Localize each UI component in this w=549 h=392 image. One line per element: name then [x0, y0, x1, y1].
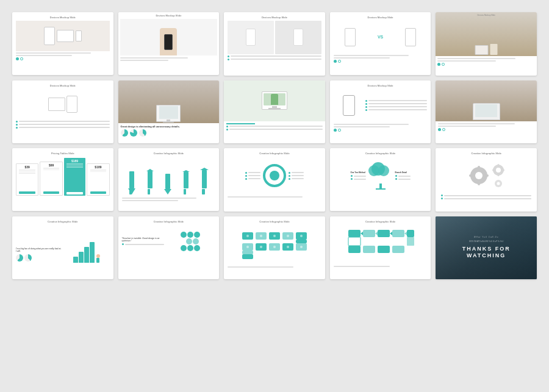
slide-10 [436, 80, 537, 144]
svg-rect-33 [296, 240, 307, 243]
slide-11: Pricing Tables Slide $39 $99 [12, 148, 113, 211]
slide-19: Creative Infographic Slide [330, 216, 431, 279]
svg-rect-18 [469, 174, 473, 177]
svg-rect-62 [378, 246, 390, 253]
slide-1-title: Devices Mockup Slide [16, 16, 110, 19]
svg-rect-17 [478, 182, 480, 185]
slide-8 [224, 80, 325, 144]
svg-rect-5 [148, 189, 150, 194]
timeline-svg [347, 227, 414, 261]
svg-rect-11 [202, 170, 207, 188]
svg-point-27 [497, 182, 500, 185]
slide-18-title: Creative Infographic Slide [228, 220, 321, 223]
svg-point-43 [273, 235, 276, 237]
svg-point-49 [260, 246, 262, 248]
slide-14: Creative Infographic Slide One Tree Meth… [330, 148, 431, 211]
thanks-line1: THANKS FOR [462, 246, 511, 253]
slide-6-title: Devices Mockup Slide [16, 84, 110, 87]
svg-rect-64 [407, 237, 414, 246]
svg-rect-19 [485, 174, 489, 177]
svg-rect-60 [348, 246, 361, 253]
slide-5: Devices Mockup Slide [436, 12, 537, 76]
slide-6: Devices Mockup Slide [12, 80, 113, 143]
small-gear [493, 179, 503, 188]
snake-path-svg [241, 229, 308, 260]
svg-point-48 [273, 246, 276, 248]
svg-marker-59 [404, 232, 407, 235]
slide-13-title: Creative Infographic Slide [228, 152, 321, 155]
slide-17-title: Creative Infographic Slide [122, 220, 216, 223]
svg-point-41 [246, 235, 249, 237]
svg-rect-65 [348, 237, 361, 246]
arrow-j-4 [182, 170, 190, 194]
svg-rect-40 [242, 254, 253, 259]
svg-point-46 [300, 246, 303, 248]
slide-14-title: Creative Infographic Slide [334, 152, 428, 155]
svg-marker-2 [128, 188, 135, 194]
slide-9: Devices Mockup Slide [330, 80, 431, 143]
slide-15-title: Creative Infographic Slide [439, 152, 533, 155]
svg-marker-57 [375, 232, 378, 235]
svg-rect-3 [148, 171, 152, 188]
svg-rect-23 [497, 174, 499, 176]
svg-point-45 [300, 235, 303, 237]
slide-12-title: Creative Infographic Slide [122, 152, 216, 155]
slide-4-title: Devices Mockup Slide [334, 16, 428, 19]
svg-rect-51 [348, 230, 361, 237]
svg-rect-16 [478, 166, 480, 169]
svg-rect-13 [202, 189, 205, 194]
svg-marker-7 [164, 189, 171, 194]
slide-2: Devices Mockup Slide [118, 12, 220, 75]
slide-19-title: Creative Infographic Slide [334, 220, 428, 223]
svg-rect-8 [184, 172, 188, 188]
slide-16-title: Creative Infographic Slide [16, 220, 110, 223]
slide-4: Devices Mockup Slide VS [330, 12, 431, 75]
slide-2-title: Devices Mockup Slide [120, 14, 218, 17]
slide-9-title: Devices Mockup Slide [334, 84, 428, 87]
svg-rect-22 [497, 164, 499, 166]
slide-18: Creative Infographic Slide [224, 216, 325, 280]
slide-11-title: Pricing Tables Slide [16, 152, 110, 155]
svg-marker-58 [390, 232, 392, 235]
svg-rect-24 [492, 169, 495, 171]
slide-7: Great design is eliminating all unnecess… [118, 80, 220, 143]
svg-rect-25 [502, 169, 504, 171]
svg-marker-4 [146, 169, 154, 171]
svg-point-42 [260, 235, 262, 237]
slide-12: Creative Infographic Slide [118, 148, 220, 211]
svg-rect-61 [363, 246, 375, 253]
slide-1: Devices Mockup Slide [12, 12, 113, 75]
arrow-j-3 [164, 174, 171, 194]
svg-rect-55 [407, 230, 414, 237]
svg-marker-9 [182, 170, 190, 172]
large-gear [468, 165, 490, 187]
svg-rect-54 [392, 230, 404, 237]
svg-marker-12 [200, 168, 209, 170]
svg-point-50 [246, 246, 249, 248]
slide-20-thanks: WHat YoU CaN Do WiTH WHATS aRoUND YoU iS… [436, 216, 537, 280]
arrow-j-2 [146, 169, 154, 194]
svg-rect-53 [378, 230, 390, 237]
slide-3: Devices Mockup Slide [224, 12, 325, 76]
slide-15: Creative Infographic Slide [436, 148, 537, 212]
slide-3-title: Devices Mockup Slide [228, 16, 321, 19]
svg-marker-56 [361, 232, 363, 235]
slide-13: Creative Infographic Slide [224, 148, 325, 212]
svg-rect-39 [242, 251, 253, 254]
svg-point-44 [287, 235, 289, 237]
slide-16: Creative Infographic Slide I'm a big fan… [12, 216, 113, 279]
medium-gear [492, 163, 505, 177]
svg-rect-10 [184, 189, 186, 194]
svg-rect-63 [392, 246, 404, 253]
svg-rect-52 [363, 230, 375, 237]
arrow-j-1 [128, 171, 135, 194]
svg-point-21 [496, 168, 501, 173]
svg-point-15 [475, 172, 483, 179]
slide-17: Creative Infographic Slide "Good art is … [118, 216, 220, 279]
arrow-j-5 [200, 168, 209, 194]
thanks-line2: WATCHING [462, 252, 511, 260]
svg-rect-0 [129, 171, 134, 188]
slide-grid: Devices Mockup Slide Devices Mockup Slid… [12, 12, 537, 279]
svg-rect-6 [165, 174, 170, 189]
svg-point-47 [287, 246, 289, 248]
